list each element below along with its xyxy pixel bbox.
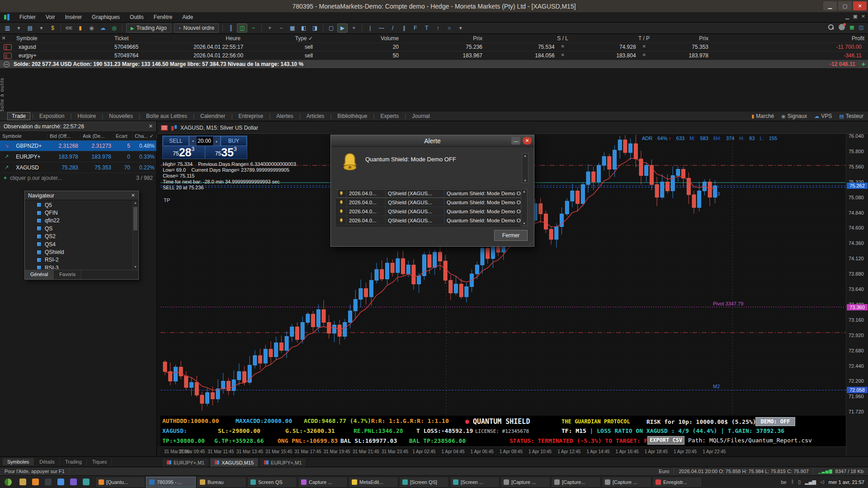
mw-tab-trading[interactable]: Trading xyxy=(61,458,87,465)
col-header-profit[interactable]: Profit xyxy=(712,35,868,42)
minimize-icon[interactable]: ▁ xyxy=(823,1,837,10)
terminal-app-icon[interactable] xyxy=(42,477,53,487)
depth-of-market-icon[interactable] xyxy=(161,125,168,131)
time-axis[interactable]: 31 Mar 202631 Mar 09:4531 Mar 11:4531 Ma… xyxy=(160,446,846,456)
cursor-icon[interactable]: ▶ xyxy=(337,23,348,33)
navigator-item-qfin22[interactable]: qfin22 xyxy=(37,217,132,225)
volume-stepper[interactable]: ▾ 20.00 ▴ xyxy=(189,136,221,146)
list-scrollbar[interactable]: ▲ ▼ xyxy=(521,189,528,226)
remove-tp-icon[interactable]: ✕ xyxy=(639,52,650,57)
alert-dialog-titlebar[interactable]: Alerte — ✕ xyxy=(331,135,534,147)
navigator-item-qs2[interactable]: QS2 xyxy=(37,233,132,240)
network-icon[interactable]: ▂▄▆ xyxy=(805,479,816,485)
price-axis[interactable]: 76.04075.80075.56075.32075.08074.84074.6… xyxy=(846,134,868,456)
shift-chart-icon[interactable]: ◨ xyxy=(310,23,320,33)
editor-app-icon[interactable] xyxy=(68,477,79,487)
clock[interactable]: mer 1 avr, 21:57 xyxy=(829,479,865,485)
menu-graphiques[interactable]: Graphiques xyxy=(87,13,125,22)
chart-tab-xagusd-m15[interactable]: XAGUSD,M15 xyxy=(210,458,259,467)
fibonacci-icon[interactable]: F xyxy=(410,23,420,33)
export-csv-button[interactable]: EXPORT CSV xyxy=(647,436,684,445)
screenshot-app-icon[interactable] xyxy=(80,477,91,487)
device-icon[interactable]: ▯ xyxy=(798,479,801,485)
arrows-icon[interactable]: ↑ xyxy=(433,23,443,33)
dropdown-caret-icon[interactable]: ▾ xyxy=(36,23,47,33)
taskbar-window-bureau[interactable]: Bureau xyxy=(197,477,246,488)
mw-col-ecart[interactable]: Ecart xyxy=(113,133,132,139)
alert-row[interactable]: 2026.04.0...QShield (XAGUS...Quantum Shi… xyxy=(337,207,522,216)
remove-tp-icon[interactable]: ✕ xyxy=(639,44,650,49)
navigator-item-qs[interactable]: QS xyxy=(37,225,132,232)
objects-dropdown-caret-icon[interactable]: ▾ xyxy=(455,23,466,33)
remove-sl-icon[interactable]: ✕ xyxy=(557,44,568,49)
button-marche[interactable]: ▮Marché xyxy=(751,113,774,119)
tab-exposition[interactable]: Exposition xyxy=(35,113,68,120)
scroll-down-icon[interactable]: ▼ xyxy=(522,179,528,182)
tab-trade[interactable]: Trade xyxy=(7,112,30,120)
dollar-icon[interactable]: $ xyxy=(47,23,58,33)
ide-icon[interactable]: IDE xyxy=(64,23,74,33)
taskbar-window-capture[interactable]: [Capture... xyxy=(551,477,601,488)
mw-col-symbole[interactable]: Symbole xyxy=(0,133,47,139)
chart-tab-eurjpy-m1[interactable]: EURJPY+,M1 xyxy=(259,458,307,467)
menu-voir[interactable]: Voir xyxy=(41,13,60,22)
chart-window-icon[interactable]: ▥ xyxy=(2,23,13,33)
channel-icon[interactable]: ∥ xyxy=(399,23,409,33)
line-chart-icon[interactable]: ~ xyxy=(248,23,259,33)
scroll-down-icon[interactable]: ▼ xyxy=(521,222,527,225)
taskbar-window-capture[interactable]: [Capture ... xyxy=(602,477,651,488)
dialog-close-icon[interactable]: ✕ xyxy=(523,137,532,145)
col-header-prix[interactable]: Prix xyxy=(402,35,486,42)
col-header-symbole[interactable]: Symbole xyxy=(0,35,111,42)
toolbox-close-icon[interactable]: ✕ xyxy=(1,35,6,41)
cloud-icon[interactable]: ☁ xyxy=(98,23,108,33)
status-news-item[interactable]: Euro xyxy=(654,467,674,475)
zoom-out-icon[interactable]: − xyxy=(276,23,286,33)
taskbar-window-screen[interactable]: [Screen ... xyxy=(450,477,500,488)
shapes-icon[interactable]: ○ xyxy=(444,23,454,33)
trendline-icon[interactable]: / xyxy=(387,23,398,33)
scroll-up-icon[interactable]: ▲ xyxy=(133,201,138,204)
bar-chart-icon[interactable]: ║ xyxy=(226,23,236,33)
maximize-icon[interactable]: ▢ xyxy=(838,1,852,10)
metaquotes-chart-icon[interactable]: ▦ xyxy=(849,24,854,30)
position-row[interactable]: xagusd570496652026.04.01 22:55:17sell207… xyxy=(0,43,868,52)
menu-inserer[interactable]: Insérer xyxy=(60,13,87,22)
sell-price[interactable]: 75 28 3 xyxy=(163,146,205,159)
demo-off-button[interactable]: DEMO: OFF xyxy=(755,417,795,426)
signal-icon[interactable]: ◉ xyxy=(86,23,97,33)
mdi-restore-icon[interactable]: ▣ xyxy=(853,14,857,19)
nav-tab-general[interactable]: Général xyxy=(25,270,54,279)
resize-grip[interactable]: ⋰ xyxy=(529,241,533,245)
candle-chart-icon[interactable]: ◫ xyxy=(237,23,247,33)
bluetooth-icon[interactable]: ᛒ xyxy=(791,479,794,485)
fermer-button[interactable]: Fermer xyxy=(494,230,528,241)
tab-nouvelles[interactable]: Nouvelles xyxy=(105,113,137,120)
col-header-volume[interactable]: Volume xyxy=(316,35,402,42)
taskbar-window-screen-qs[interactable]: Screen QS xyxy=(247,477,297,488)
vertical-line-icon[interactable]: | xyxy=(365,23,375,33)
tab-calendrier[interactable]: Calendrier xyxy=(196,113,229,120)
tab-entreprise[interactable]: Entreprise xyxy=(235,113,268,120)
navigator-close-icon[interactable]: ✕ xyxy=(131,192,135,198)
market-watch-row[interactable]: ↗XAGUSD75.28375.353700.22% xyxy=(0,162,156,173)
search-icon[interactable] xyxy=(828,24,834,30)
tab-boite-aux-lettres[interactable]: Boîte aux Lettres xyxy=(142,113,191,120)
navigator-item-q5[interactable]: Q5 xyxy=(37,201,132,209)
tab-histoire[interactable]: Histoire xyxy=(74,113,100,120)
mw-tab-symboles[interactable]: Symboles xyxy=(3,458,34,465)
trading-algo-button[interactable]: ▶Trading Algo xyxy=(126,23,171,33)
close-icon[interactable]: ✕ xyxy=(853,1,867,10)
menu-fenetre[interactable]: Fenêtre xyxy=(149,13,177,22)
alert-row[interactable]: 2026.04.0...QShield (XAGUS...Quantum Shi… xyxy=(337,189,522,198)
volume-down-icon[interactable]: ▾ xyxy=(189,136,197,145)
taskbar-window-capture[interactable]: [Capture ... xyxy=(500,477,550,488)
navigator-item-rsi-3[interactable]: RSI-3 xyxy=(37,264,132,269)
taskbar-window-screen-qs[interactable]: [Screen QS] xyxy=(399,477,449,488)
menu-fichier[interactable]: Fichier xyxy=(14,13,41,22)
indicator-window-icon[interactable]: ◧ xyxy=(298,23,309,33)
alert-row[interactable]: 2026.04.0...QShield (XAGUS...Quantum Shi… xyxy=(337,216,522,225)
col-header-ticket[interactable]: Ticket xyxy=(111,35,190,42)
mw-col-askde[interactable]: Ask (De... xyxy=(80,133,113,139)
message-scrollbar[interactable]: ▲ ▼ xyxy=(522,153,528,183)
